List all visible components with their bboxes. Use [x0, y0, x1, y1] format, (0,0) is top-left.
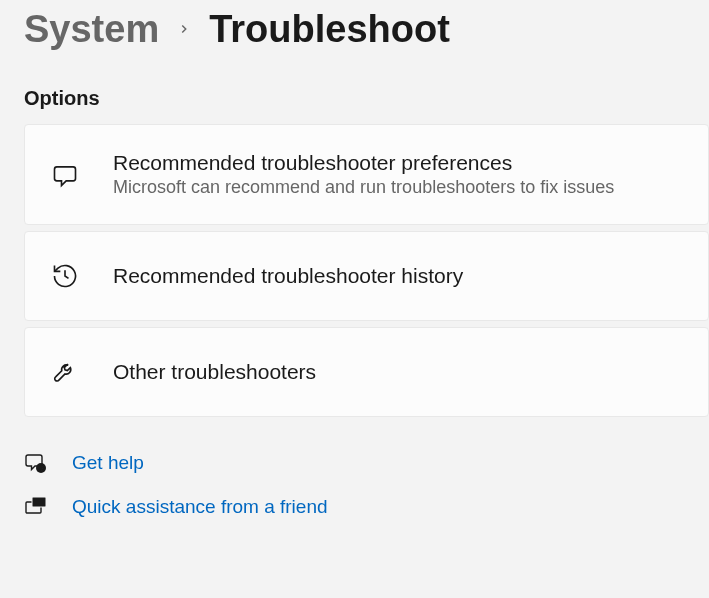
wrench-icon — [51, 358, 79, 386]
card-recommended-preferences[interactable]: Recommended troubleshooter preferences M… — [24, 124, 709, 225]
breadcrumb: System Troubleshoot — [0, 0, 709, 51]
breadcrumb-parent[interactable]: System — [24, 8, 159, 51]
help-link-label: Get help — [72, 452, 144, 474]
card-text: Recommended troubleshooter preferences M… — [113, 151, 614, 198]
card-title: Other troubleshooters — [113, 360, 316, 384]
svg-rect-3 — [32, 497, 46, 507]
help-links-section: ? Get help Quick assistance from a frien… — [0, 423, 709, 519]
get-help-link[interactable]: ? Get help — [24, 451, 685, 475]
card-troubleshooter-history[interactable]: Recommended troubleshooter history — [24, 231, 709, 321]
card-title: Recommended troubleshooter history — [113, 264, 463, 288]
history-icon — [51, 262, 79, 290]
card-text: Other troubleshooters — [113, 360, 316, 384]
card-title: Recommended troubleshooter preferences — [113, 151, 614, 175]
section-options-label: Options — [0, 51, 709, 124]
card-other-troubleshooters[interactable]: Other troubleshooters — [24, 327, 709, 417]
chevron-right-icon — [177, 18, 191, 41]
card-subtitle: Microsoft can recommend and run troubles… — [113, 177, 614, 198]
svg-text:?: ? — [39, 465, 43, 472]
quick-assist-link[interactable]: Quick assistance from a friend — [24, 495, 685, 519]
page-title: Troubleshoot — [209, 8, 450, 51]
card-text: Recommended troubleshooter history — [113, 264, 463, 288]
screens-icon — [24, 495, 48, 519]
help-link-label: Quick assistance from a friend — [72, 496, 328, 518]
chat-icon — [51, 161, 79, 189]
help-chat-icon: ? — [24, 451, 48, 475]
